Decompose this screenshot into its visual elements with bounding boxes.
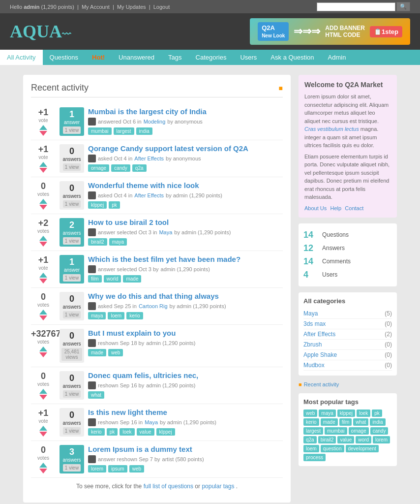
tag[interactable]: web	[108, 349, 123, 356]
item-title[interactable]: Donec quam felis, ultricies nec,	[88, 371, 283, 379]
popular-tag[interactable]: maya	[319, 410, 335, 417]
downvote-arrow[interactable]	[39, 279, 47, 284]
upvote-arrow[interactable]	[39, 199, 47, 204]
item-title[interactable]: How to use birail 2 tool	[88, 218, 283, 226]
banner[interactable]: Q2ANew Look ⇒⇒⇒ ADD BANNERHTML CODE 📋1st…	[250, 18, 410, 45]
downvote-arrow[interactable]	[39, 205, 47, 210]
popular-tag[interactable]: web	[303, 410, 317, 417]
category-link[interactable]: After Effects	[134, 192, 164, 198]
item-title[interactable]: Lorem Ipsum is a dummy text	[88, 445, 283, 453]
popular-tag[interactable]: lorem	[373, 436, 390, 443]
tag[interactable]: klppej	[156, 428, 175, 436]
popular-tag[interactable]: word	[356, 436, 371, 443]
popular-tag[interactable]: klppej	[337, 410, 355, 417]
popular-tags-link[interactable]: popular tags	[202, 483, 234, 490]
popular-tag[interactable]: value	[337, 436, 354, 443]
tag[interactable]: kerio	[88, 428, 105, 436]
category-link[interactable]: Maya	[303, 310, 318, 317]
upvote-arrow[interactable]	[39, 463, 47, 468]
nav-ask-question[interactable]: Ask a Question	[264, 50, 321, 65]
tag[interactable]: klppej	[88, 201, 107, 209]
tag[interactable]: pk	[109, 201, 120, 209]
category-link[interactable]: Maya	[159, 229, 172, 235]
category-link[interactable]: After Effects	[134, 156, 164, 161]
popular-tag[interactable]: largest	[303, 427, 323, 435]
tag[interactable]: maya	[109, 238, 127, 246]
upvote-arrow[interactable]	[39, 346, 47, 351]
tag[interactable]: world	[104, 275, 121, 283]
item-title[interactable]: But I must explain to you	[88, 329, 283, 337]
nav-admin[interactable]: Admin	[321, 50, 353, 65]
contact-link[interactable]: Contact	[345, 205, 363, 211]
nav-categories[interactable]: Categories	[189, 50, 234, 65]
popular-tag[interactable]: development	[346, 445, 379, 452]
search-button[interactable]: 🔍	[396, 2, 410, 11]
popular-tag[interactable]: what	[353, 418, 368, 426]
tag[interactable]: kerio	[126, 312, 143, 319]
downvote-arrow[interactable]	[39, 315, 47, 320]
popular-tag[interactable]: process	[303, 454, 326, 461]
tag[interactable]: what	[88, 391, 104, 399]
category-link[interactable]: Apple Shake	[303, 351, 337, 358]
upvote-arrow[interactable]	[39, 162, 47, 167]
category-link[interactable]: Modeling	[144, 119, 166, 125]
downvote-arrow[interactable]	[39, 469, 47, 473]
nav-unanswered[interactable]: Unanswered	[112, 50, 161, 65]
category-link[interactable]: Zbrush	[303, 341, 322, 348]
tag[interactable]: ipsum	[108, 465, 127, 472]
tag[interactable]: lorem	[88, 465, 106, 472]
tag[interactable]: ornage	[88, 164, 109, 172]
item-title[interactable]: Which is the best film yet have been mad…	[88, 255, 283, 263]
tag[interactable]: made	[123, 275, 141, 283]
tag[interactable]: made	[88, 349, 106, 356]
tag[interactable]: candy	[111, 164, 130, 172]
my-updates-link[interactable]: My Updates	[117, 4, 146, 10]
downvote-arrow[interactable]	[39, 395, 47, 400]
tag[interactable]: birail2	[88, 238, 107, 246]
downvote-arrow[interactable]	[39, 131, 47, 136]
downvote-arrow[interactable]	[39, 352, 47, 357]
downvote-arrow[interactable]	[39, 432, 47, 437]
popular-tag[interactable]: loem	[303, 445, 319, 452]
upvote-arrow[interactable]	[39, 236, 47, 241]
my-account-link[interactable]: My Account	[82, 4, 110, 10]
upvote-arrow[interactable]	[39, 426, 47, 431]
nav-hot[interactable]: Hot!	[85, 50, 112, 65]
about-us-link[interactable]: About Us	[304, 205, 327, 211]
downvote-arrow[interactable]	[39, 168, 47, 173]
popular-tag[interactable]: question	[321, 445, 344, 452]
nav-all-activity[interactable]: All Activity	[0, 50, 43, 65]
popular-tag[interactable]: pk	[372, 410, 382, 417]
popular-tag[interactable]: india	[370, 418, 385, 426]
tag[interactable]: maya	[88, 312, 106, 319]
item-title[interactable]: Why we do this and that thing always	[88, 292, 283, 300]
recent-activity-link[interactable]: Recent activity	[304, 381, 339, 387]
tag[interactable]: loek	[120, 428, 134, 436]
tag[interactable]: mumbai	[88, 127, 112, 135]
full-list-link[interactable]: full list of questions	[144, 483, 193, 490]
upvote-arrow[interactable]	[39, 389, 47, 394]
tag[interactable]: value	[137, 428, 154, 436]
popular-tag[interactable]: q2a	[303, 436, 317, 443]
upvote-arrow[interactable]	[39, 273, 47, 278]
tag[interactable]: india	[136, 127, 152, 135]
item-title[interactable]: Is this new light theme	[88, 408, 283, 416]
category-link[interactable]: Cartoon Rig	[139, 303, 168, 309]
item-title[interactable]: Mumbai is the largest city of India	[88, 107, 283, 116]
tag[interactable]: web	[129, 465, 144, 472]
nav-questions[interactable]: Questions	[43, 50, 86, 65]
category-link[interactable]: After Effects	[303, 331, 335, 338]
tag[interactable]: loem	[108, 312, 124, 319]
upvote-arrow[interactable]	[39, 125, 47, 130]
upvote-arrow[interactable]	[39, 310, 47, 315]
item-title[interactable]: Wonderful theme with nice look	[88, 181, 283, 189]
help-link[interactable]: Help	[330, 205, 341, 211]
popular-tag[interactable]: mumbai	[325, 427, 347, 435]
nav-tags[interactable]: Tags	[161, 50, 188, 65]
popular-tag[interactable]: film	[339, 418, 352, 426]
tag[interactable]: q2a	[132, 164, 147, 172]
tag[interactable]: pk	[107, 428, 118, 436]
category-link[interactable]: Mudbox	[303, 362, 325, 369]
item-title[interactable]: Qorange Candy support latest version of …	[88, 144, 283, 153]
popular-tag[interactable]: made	[321, 418, 338, 426]
